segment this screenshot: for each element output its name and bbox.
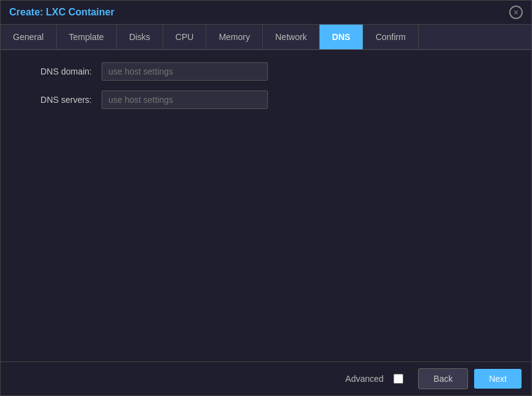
tab-general[interactable]: General [1, 25, 57, 49]
dialog-header: Create: LXC Container × [1, 1, 531, 25]
tab-network[interactable]: Network [263, 25, 320, 49]
advanced-label: Advanced [345, 374, 384, 384]
close-button[interactable]: × [509, 6, 523, 19]
tab-disks[interactable]: Disks [117, 25, 163, 49]
dns-domain-row: DNS domain: [15, 62, 517, 81]
dialog-body: DNS domain: DNS servers: [1, 50, 531, 362]
tab-memory[interactable]: Memory [206, 25, 263, 49]
dns-servers-row: DNS servers: [15, 91, 517, 109]
dns-servers-input[interactable] [102, 91, 268, 109]
tab-dns[interactable]: DNS [320, 25, 363, 49]
next-button[interactable]: Next [474, 369, 522, 389]
dialog-title: Create: LXC Container [9, 7, 115, 18]
back-button[interactable]: Back [418, 368, 468, 389]
tab-bar: General Template Disks CPU Memory Networ… [1, 25, 531, 50]
tab-confirm[interactable]: Confirm [363, 25, 419, 49]
create-lxc-container-dialog: Create: LXC Container × General Template… [0, 0, 532, 396]
advanced-checkbox[interactable] [393, 374, 403, 384]
tab-cpu[interactable]: CPU [163, 25, 207, 49]
dns-domain-input[interactable] [102, 62, 268, 81]
dns-domain-label: DNS domain: [15, 67, 102, 76]
dialog-footer: Advanced Back Next [1, 362, 531, 395]
tab-template[interactable]: Template [57, 25, 117, 49]
dns-servers-label: DNS servers: [15, 95, 102, 105]
